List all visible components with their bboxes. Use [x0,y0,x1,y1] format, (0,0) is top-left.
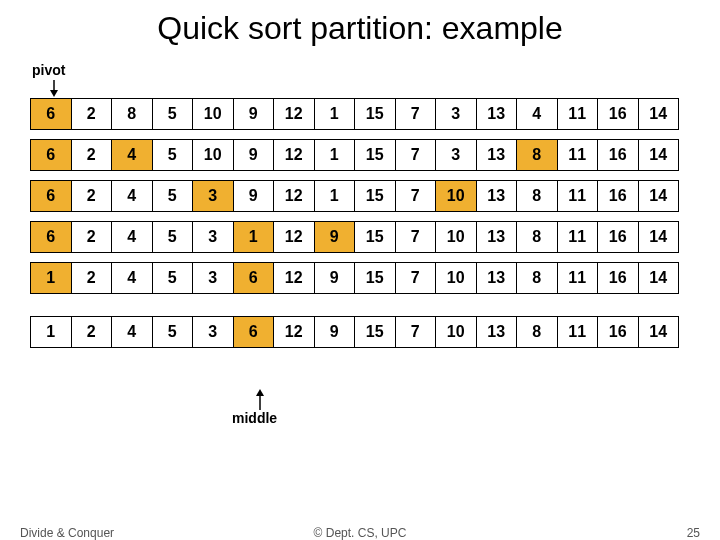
array-cell: 3 [193,317,234,348]
array-cell: 13 [476,181,517,212]
array-cell: 15 [355,99,396,130]
array-cell: 3 [436,140,477,171]
footer-right: 25 [687,526,700,540]
array-cell: 11 [557,181,598,212]
array-cell: 3 [193,263,234,294]
array-cell: 14 [638,222,679,253]
array-cell: 4 [112,181,153,212]
array-cell: 6 [233,263,274,294]
array-cell: 7 [395,317,436,348]
array-cell: 1 [314,140,355,171]
array-cell: 6 [233,317,274,348]
footer-center: © Dept. CS, UPC [0,526,720,540]
array-cell: 4 [112,222,153,253]
partition-trace: 6285109121157313411161462451091211573138… [30,98,679,357]
array-cell: 16 [598,140,639,171]
array-cell: 13 [476,140,517,171]
array-cell: 1 [31,263,72,294]
array-cell: 2 [71,140,112,171]
array-cell: 13 [476,222,517,253]
array-cell: 7 [395,222,436,253]
array-cell: 14 [638,263,679,294]
svg-marker-2 [256,389,264,396]
array-cell: 10 [436,222,477,253]
array-cell: 16 [598,317,639,348]
array-row: 62453912115710138111614 [30,180,679,212]
array-cell: 9 [314,317,355,348]
array-cell: 3 [193,181,234,212]
array-cell: 16 [598,181,639,212]
array-cell: 8 [517,263,558,294]
array-cell: 8 [517,140,558,171]
array-cell: 8 [517,317,558,348]
array-cell: 6 [31,181,72,212]
pivot-label: pivot [32,62,65,78]
array-cell: 16 [598,99,639,130]
array-cell: 10 [193,99,234,130]
array-cell: 3 [193,222,234,253]
array-cell: 6 [31,222,72,253]
array-cell: 9 [233,181,274,212]
array-cell: 15 [355,222,396,253]
svg-marker-1 [50,90,58,97]
array-cell: 3 [436,99,477,130]
array-cell: 1 [314,181,355,212]
array-row: 62453112915710138111614 [30,221,679,253]
array-cell: 15 [355,140,396,171]
array-cell: 7 [395,263,436,294]
array-cell: 7 [395,99,436,130]
array-cell: 12 [274,99,315,130]
array-cell: 5 [152,222,193,253]
array-cell: 11 [557,99,598,130]
array-cell: 1 [31,317,72,348]
page-title: Quick sort partition: example [0,10,720,47]
array-cell: 9 [233,140,274,171]
array-cell: 13 [476,99,517,130]
array-row: 62851091211573134111614 [30,98,679,130]
array-cell: 5 [152,99,193,130]
middle-label: middle [232,410,277,426]
array-row: 62451091211573138111614 [30,139,679,171]
array-cell: 8 [112,99,153,130]
array-cell: 10 [193,140,234,171]
array-cell: 7 [395,140,436,171]
array-cell: 14 [638,317,679,348]
array-cell: 1 [314,99,355,130]
array-cell: 14 [638,140,679,171]
array-cell: 5 [152,317,193,348]
array-cell: 2 [71,317,112,348]
array-cell: 2 [71,99,112,130]
array-cell: 4 [112,263,153,294]
array-cell: 10 [436,263,477,294]
array-cell: 8 [517,222,558,253]
array-cell: 5 [152,181,193,212]
array-cell: 5 [152,140,193,171]
array-cell: 4 [517,99,558,130]
array-cell: 10 [436,181,477,212]
array-cell: 9 [314,263,355,294]
array-cell: 1 [233,222,274,253]
array-cell: 13 [476,317,517,348]
array-cell: 5 [152,263,193,294]
array-cell: 12 [274,181,315,212]
array-cell: 2 [71,181,112,212]
array-cell: 2 [71,263,112,294]
array-cell: 14 [638,99,679,130]
array-row: 12453612915710138111614 [30,262,679,294]
array-cell: 12 [274,317,315,348]
array-cell: 11 [557,263,598,294]
array-cell: 14 [638,181,679,212]
arrow-down-icon [48,80,60,98]
array-cell: 8 [517,181,558,212]
array-cell: 9 [314,222,355,253]
array-cell: 12 [274,263,315,294]
array-cell: 12 [274,222,315,253]
array-cell: 11 [557,317,598,348]
array-cell: 16 [598,263,639,294]
array-cell: 7 [395,181,436,212]
arrow-up-icon [254,388,266,410]
array-cell: 13 [476,263,517,294]
array-cell: 9 [233,99,274,130]
array-cell: 4 [112,317,153,348]
array-cell: 6 [31,99,72,130]
